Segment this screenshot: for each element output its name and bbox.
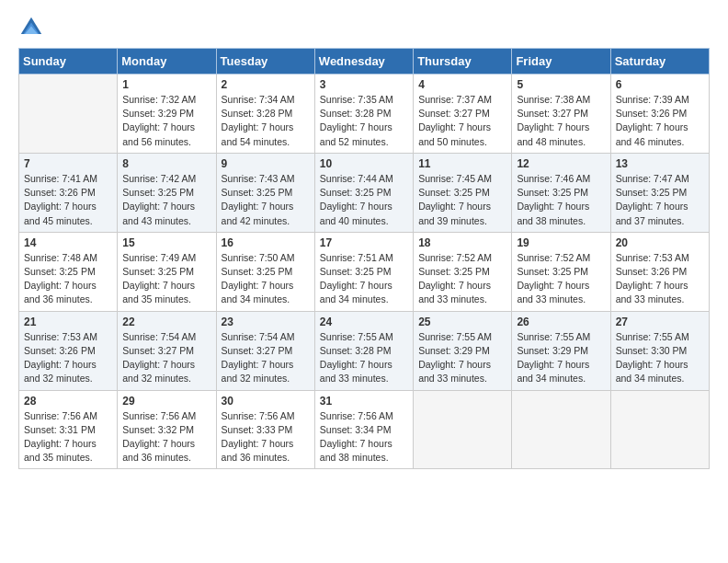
cell-line: Sunrise: 7:34 AM xyxy=(222,93,310,107)
cell-line: Sunset: 3:25 PM xyxy=(320,186,408,200)
calendar-cell: 11Sunrise: 7:45 AMSunset: 3:25 PMDayligh… xyxy=(414,153,512,232)
cell-line: and 37 minutes. xyxy=(616,214,704,228)
calendar-cell: 3Sunrise: 7:35 AMSunset: 3:28 PMDaylight… xyxy=(314,75,413,154)
cell-line: Sunset: 3:33 PM xyxy=(222,423,310,437)
day-number: 16 xyxy=(222,236,310,249)
cell-line: Sunset: 3:28 PM xyxy=(320,344,408,358)
day-number: 10 xyxy=(320,157,408,170)
cell-line: Daylight: 7 hours xyxy=(24,279,112,293)
day-number: 7 xyxy=(24,157,112,170)
cell-line: and 42 minutes. xyxy=(222,214,310,228)
cell-line: Daylight: 7 hours xyxy=(222,437,310,451)
cell-line: Sunrise: 7:54 AM xyxy=(222,330,310,344)
day-number: 9 xyxy=(222,157,310,170)
cell-line: Sunset: 3:28 PM xyxy=(320,107,408,121)
cell-line: Daylight: 7 hours xyxy=(517,121,605,134)
calendar-cell xyxy=(610,390,709,469)
cell-line: Sunset: 3:28 PM xyxy=(222,107,310,121)
cell-line: Daylight: 7 hours xyxy=(320,358,408,372)
calendar-cell: 6Sunrise: 7:39 AMSunset: 3:26 PMDaylight… xyxy=(610,75,709,154)
calendar-cell: 20Sunrise: 7:53 AMSunset: 3:26 PMDayligh… xyxy=(610,232,709,311)
logo-icon xyxy=(18,15,44,40)
cell-line: Daylight: 7 hours xyxy=(320,200,408,213)
day-number: 31 xyxy=(320,395,408,408)
logo xyxy=(18,15,48,40)
cell-line: Sunrise: 7:52 AM xyxy=(517,251,605,265)
day-number: 26 xyxy=(517,316,605,328)
calendar-cell: 25Sunrise: 7:55 AMSunset: 3:29 PMDayligh… xyxy=(414,311,512,390)
cell-line: Sunset: 3:25 PM xyxy=(418,265,506,279)
calendar-cell: 31Sunrise: 7:56 AMSunset: 3:34 PMDayligh… xyxy=(314,390,413,469)
cell-line: Daylight: 7 hours xyxy=(222,279,310,293)
cell-line: Daylight: 7 hours xyxy=(320,279,408,293)
cell-line: Sunrise: 7:44 AM xyxy=(320,172,408,186)
calendar-cell: 28Sunrise: 7:56 AMSunset: 3:31 PMDayligh… xyxy=(19,390,118,469)
cell-line: Sunset: 3:26 PM xyxy=(616,107,704,121)
cell-line: Daylight: 7 hours xyxy=(616,279,704,293)
day-number: 6 xyxy=(616,78,704,91)
cell-line: Daylight: 7 hours xyxy=(122,200,210,213)
cell-line: Daylight: 7 hours xyxy=(24,437,112,451)
calendar-cell: 27Sunrise: 7:55 AMSunset: 3:30 PMDayligh… xyxy=(610,311,709,390)
calendar-cell: 10Sunrise: 7:44 AMSunset: 3:25 PMDayligh… xyxy=(314,153,413,232)
cell-line: Sunset: 3:34 PM xyxy=(320,423,408,437)
calendar-cell: 9Sunrise: 7:43 AMSunset: 3:25 PMDaylight… xyxy=(216,153,314,232)
cell-line: Sunset: 3:25 PM xyxy=(122,265,210,279)
day-number: 27 xyxy=(616,316,704,328)
day-number: 11 xyxy=(418,157,506,170)
cell-line: Sunrise: 7:35 AM xyxy=(320,93,408,107)
day-number: 23 xyxy=(222,316,310,328)
cell-line: and 45 minutes. xyxy=(24,214,112,228)
cell-line: and 50 minutes. xyxy=(418,135,506,149)
cell-line: Sunset: 3:27 PM xyxy=(517,107,605,121)
day-number: 28 xyxy=(24,395,112,408)
day-number: 12 xyxy=(517,157,605,170)
cell-line: and 34 minutes. xyxy=(320,293,408,306)
day-number: 21 xyxy=(24,316,112,328)
cell-line: and 48 minutes. xyxy=(517,135,605,149)
cell-line: and 56 minutes. xyxy=(122,135,210,149)
cell-line: and 35 minutes. xyxy=(122,293,210,306)
cell-line: and 36 minutes. xyxy=(222,451,310,465)
calendar-cell: 21Sunrise: 7:53 AMSunset: 3:26 PMDayligh… xyxy=(19,311,118,390)
calendar-cell: 17Sunrise: 7:51 AMSunset: 3:25 PMDayligh… xyxy=(314,232,413,311)
cell-line: Daylight: 7 hours xyxy=(24,358,112,372)
cell-line: Sunrise: 7:53 AM xyxy=(616,251,704,265)
calendar-cell: 13Sunrise: 7:47 AMSunset: 3:25 PMDayligh… xyxy=(610,153,709,232)
cell-line: Daylight: 7 hours xyxy=(320,437,408,451)
cell-line: Daylight: 7 hours xyxy=(418,200,506,213)
day-number: 4 xyxy=(418,78,506,91)
weekday-header: Saturday xyxy=(610,49,709,75)
day-number: 25 xyxy=(418,316,506,328)
cell-line: Daylight: 7 hours xyxy=(320,121,408,134)
calendar-table: SundayMondayTuesdayWednesdayThursdayFrid… xyxy=(18,48,710,469)
weekday-header: Tuesday xyxy=(216,49,314,75)
cell-line: Sunrise: 7:45 AM xyxy=(418,172,506,186)
calendar-cell: 18Sunrise: 7:52 AMSunset: 3:25 PMDayligh… xyxy=(414,232,512,311)
cell-line: Sunrise: 7:51 AM xyxy=(320,251,408,265)
cell-line: Sunrise: 7:55 AM xyxy=(616,330,704,344)
cell-line: Sunrise: 7:53 AM xyxy=(24,330,112,344)
cell-line: Daylight: 7 hours xyxy=(418,279,506,293)
calendar-cell: 5Sunrise: 7:38 AMSunset: 3:27 PMDaylight… xyxy=(512,75,610,154)
calendar-cell xyxy=(19,75,118,154)
cell-line: Sunset: 3:31 PM xyxy=(24,423,112,437)
cell-line: Sunset: 3:27 PM xyxy=(222,344,310,358)
cell-line: and 33 minutes. xyxy=(418,372,506,385)
cell-line: Sunrise: 7:50 AM xyxy=(222,251,310,265)
cell-line: Sunrise: 7:52 AM xyxy=(418,251,506,265)
cell-line: and 34 minutes. xyxy=(517,372,605,385)
cell-line: and 36 minutes. xyxy=(24,293,112,306)
day-number: 2 xyxy=(222,78,310,91)
cell-line: and 33 minutes. xyxy=(616,293,704,306)
cell-line: Daylight: 7 hours xyxy=(616,121,704,134)
cell-line: Daylight: 7 hours xyxy=(122,121,210,134)
cell-line: Sunset: 3:32 PM xyxy=(122,423,210,437)
cell-line: Daylight: 7 hours xyxy=(616,200,704,213)
cell-line: and 40 minutes. xyxy=(320,214,408,228)
cell-line: Sunrise: 7:56 AM xyxy=(222,409,310,423)
cell-line: and 46 minutes. xyxy=(616,135,704,149)
calendar-cell: 8Sunrise: 7:42 AMSunset: 3:25 PMDaylight… xyxy=(118,153,216,232)
cell-line: Sunset: 3:29 PM xyxy=(517,344,605,358)
cell-line: and 38 minutes. xyxy=(320,451,408,465)
